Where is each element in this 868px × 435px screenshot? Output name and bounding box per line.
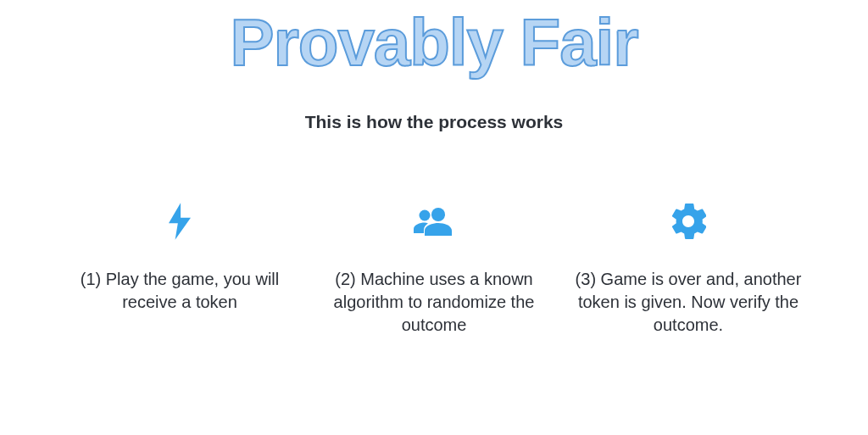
step-1-text: (1) Play the game, you will receive a to… [63,268,297,314]
step-1: (1) Play the game, you will receive a to… [53,200,307,337]
step-2-text: (2) Machine uses a known algorithm to ra… [317,268,551,337]
bolt-icon [169,200,191,243]
svg-point-1 [431,208,445,221]
step-3: (3) Game is over and, another token is g… [561,200,815,337]
people-icon [412,200,456,243]
steps-row: (1) Play the game, you will receive a to… [0,200,868,337]
step-3-text: (3) Game is over and, another token is g… [571,268,805,337]
gear-icon [670,200,706,243]
svg-point-2 [420,209,431,220]
page-container: Provably Fair This is how the process wo… [0,0,868,435]
subtitle: This is how the process works [305,112,564,132]
page-title: Provably Fair [230,7,637,80]
step-2: (2) Machine uses a known algorithm to ra… [307,200,561,337]
svg-marker-0 [169,203,191,239]
